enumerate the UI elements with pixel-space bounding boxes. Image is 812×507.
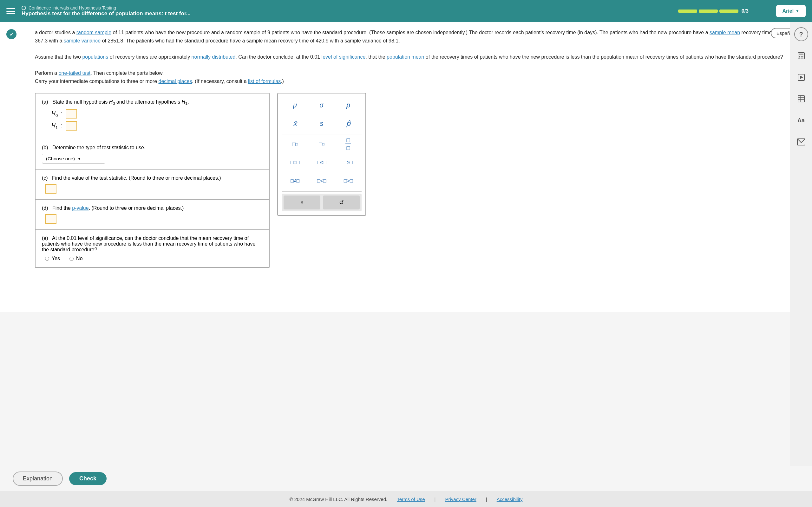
null-hypothesis-link[interactable]: null hypothesis (74, 99, 107, 105)
palette-btn-row: × ↺ (282, 193, 362, 211)
h1-label: H1 : (51, 122, 62, 130)
symbol-lt[interactable]: □<□ (310, 173, 333, 189)
symbol-phat[interactable]: p̂ (337, 116, 360, 131)
progress-section: 0/3 (678, 8, 749, 14)
sample-variance-link[interactable]: sample variance (64, 38, 101, 43)
palette-row-1: μ σ p (282, 97, 362, 113)
symbol-s[interactable]: s (310, 116, 333, 131)
normally-distributed-link[interactable]: normally distributed (192, 54, 236, 60)
terms-of-use-link[interactable]: Terms of Use (397, 497, 425, 502)
progress-seg-2 (699, 9, 718, 13)
yes-label: Yes (52, 256, 60, 262)
accessibility-link[interactable]: Accessibility (497, 497, 523, 502)
symbol-lte[interactable]: □≤□ (310, 155, 333, 170)
test-statistic-dropdown[interactable]: (Choose one) ▼ (42, 154, 105, 164)
hamburger-menu[interactable] (6, 8, 15, 14)
chevron-down-icon: ▼ (796, 9, 799, 13)
part-e-label: (e) At the 0.01 level of significance, c… (42, 235, 263, 252)
h1-line: H1 : (51, 121, 263, 130)
svg-rect-1 (799, 54, 803, 55)
p-value-link[interactable]: p-value (72, 205, 89, 211)
symbol-fraction[interactable]: □ □ (337, 136, 360, 152)
problem-instructions-2: Carry your intermediate computations to … (35, 77, 786, 86)
mail-icon[interactable] (794, 135, 808, 149)
svg-point-7 (802, 58, 803, 59)
table-icon[interactable] (794, 92, 808, 106)
progress-count: 0/3 (742, 8, 749, 14)
dropdown-arrow-icon: ▼ (78, 157, 81, 161)
symbol-equals[interactable]: □=□ (284, 155, 306, 170)
test-statistic-input[interactable] (45, 184, 56, 193)
text-size-icon[interactable]: Aa (794, 113, 808, 127)
level-of-significance-link[interactable]: level of significance (322, 54, 366, 60)
symbol-gte[interactable]: □≥□ (337, 155, 360, 170)
random-sample-link[interactable]: random sample (77, 30, 111, 35)
yes-radio[interactable] (45, 257, 49, 261)
progress-seg-3 (719, 9, 739, 13)
user-menu-button[interactable]: Ariel ▼ (776, 5, 806, 17)
svg-point-4 (802, 56, 803, 57)
palette-divider-1 (282, 134, 362, 134)
part-b-row: (b) Determine the type of test statistic… (36, 139, 269, 170)
header-title: Confidence Intervals and Hypothesis Test… (21, 5, 191, 17)
explanation-button[interactable]: Explanation (13, 471, 63, 486)
symbol-palette: μ σ p x̄ s p̂ □□ □□ □ □ □=□ (277, 93, 366, 216)
h1-input[interactable] (66, 121, 77, 130)
h0-line: H0 : (51, 109, 263, 118)
completed-check: ✓ (6, 29, 16, 39)
qa-section: (a) State the null hypothesis H0 and the… (19, 93, 786, 268)
alternate-hypothesis-link[interactable]: alternate hypothesis (135, 99, 180, 105)
list-of-formulas-link[interactable]: list of formulas (248, 78, 281, 84)
population-mean-link[interactable]: population mean (387, 54, 424, 60)
no-radio-label[interactable]: No (69, 256, 83, 262)
palette-row-3: □□ □□ □ □ (282, 136, 362, 152)
svg-point-6 (801, 58, 802, 59)
right-sidebar: ? Aa (790, 22, 812, 507)
symbol-mu[interactable]: μ (284, 97, 306, 113)
symbol-xbar[interactable]: x̄ (284, 116, 306, 131)
footer: © 2024 McGraw Hill LLC. All Rights Reser… (0, 491, 812, 507)
user-name: Ariel (782, 8, 794, 14)
symbol-p[interactable]: p (337, 97, 360, 113)
yes-radio-label[interactable]: Yes (45, 256, 60, 262)
palette-row-2: x̄ s p̂ (282, 116, 362, 131)
palette-clear-button[interactable]: × (284, 195, 320, 210)
help-icon[interactable]: ? (794, 27, 808, 41)
symbol-subscript[interactable]: □□ (310, 136, 333, 152)
one-tailed-test-link[interactable]: one-tailed test (59, 70, 91, 76)
calculator-icon[interactable] (794, 49, 808, 63)
symbol-sigma[interactable]: σ (310, 97, 333, 113)
progress-bars (678, 9, 739, 13)
svg-marker-9 (800, 76, 803, 79)
sample-mean-link[interactable]: sample mean (710, 30, 740, 35)
populations-link[interactable]: populations (82, 54, 108, 60)
palette-divider-2 (282, 191, 362, 192)
footer-copyright: © 2024 McGraw Hill LLC. All Rights Reser… (290, 497, 388, 502)
decimal-places-link[interactable]: decimal places (159, 78, 192, 84)
check-button[interactable]: Check (69, 472, 107, 485)
problem-question: Assume that the two populations of recov… (35, 53, 786, 61)
progress-circle-icon (21, 6, 26, 10)
h0-input[interactable] (66, 109, 77, 118)
svg-point-5 (799, 58, 800, 59)
test-statistic-link[interactable]: test statistic (102, 145, 129, 150)
play-icon[interactable] (794, 70, 808, 84)
symbol-neq[interactable]: □≠□ (284, 173, 306, 189)
question-table: (a) State the null hypothesis H0 and the… (35, 93, 270, 268)
p-value-input[interactable] (45, 214, 56, 224)
symbol-squared[interactable]: □□ (284, 136, 306, 152)
palette-row-5: □≠□ □<□ □>□ (282, 173, 362, 189)
svg-point-3 (801, 56, 802, 57)
part-b-label: (b) Determine the type of test statistic… (42, 145, 263, 151)
symbol-gt[interactable]: □>□ (337, 173, 360, 189)
part-d-row: (d) Find the p-value. (Round to three or… (36, 200, 269, 230)
privacy-center-link[interactable]: Privacy Center (445, 497, 476, 502)
part-c-label: (c) Find the value of the test statistic… (42, 175, 263, 181)
header: Confidence Intervals and Hypothesis Test… (0, 0, 812, 22)
part-a-label: (a) State the null hypothesis H0 and the… (42, 99, 263, 106)
part-c-row: (c) Find the value of the test statistic… (36, 170, 269, 200)
palette-row-4: □=□ □≤□ □≥□ (282, 155, 362, 170)
no-radio[interactable] (69, 257, 73, 261)
footer-spacer (19, 268, 786, 306)
palette-undo-button[interactable]: ↺ (323, 195, 360, 210)
